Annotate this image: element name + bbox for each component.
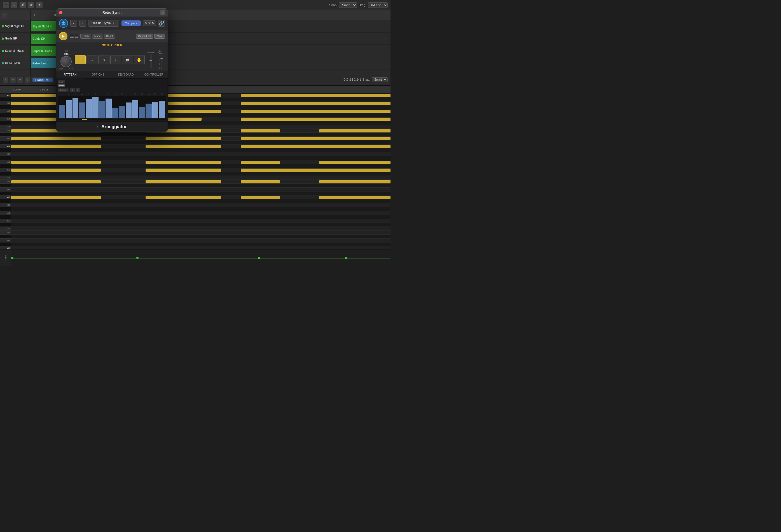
key-f4[interactable]: F4 bbox=[0, 125, 11, 129]
key-gb3[interactable] bbox=[0, 172, 11, 176]
pat-bar-8[interactable] bbox=[106, 98, 112, 118]
key-gb4[interactable] bbox=[0, 121, 11, 125]
pat-bar-7[interactable] bbox=[99, 101, 105, 118]
power-button[interactable]: ⏻ bbox=[59, 19, 68, 28]
roll-snap-select[interactable]: Smart bbox=[372, 77, 388, 82]
key-c4[interactable]: C4 bbox=[0, 145, 11, 149]
tab-keyboard[interactable]: KEYBOARD bbox=[112, 71, 140, 78]
key-b2[interactable]: B2 bbox=[0, 203, 11, 207]
track-item-bass[interactable]: Super 8 - Bass bbox=[0, 45, 31, 57]
note-e3-3[interactable] bbox=[241, 180, 280, 183]
key-db2[interactable] bbox=[0, 243, 11, 246]
key-gb2[interactable] bbox=[0, 223, 11, 227]
auto-point-1[interactable] bbox=[11, 257, 13, 259]
snap-select[interactable]: Smart bbox=[339, 2, 357, 8]
live-label[interactable]: Live bbox=[58, 80, 65, 83]
key-g3[interactable]: G3 bbox=[0, 168, 11, 172]
pat-bar-5[interactable] bbox=[86, 99, 92, 118]
pat-bar-16[interactable] bbox=[159, 101, 165, 118]
compare-button[interactable]: Compare bbox=[122, 21, 141, 26]
note-c3-3[interactable] bbox=[241, 196, 280, 199]
key-db3[interactable] bbox=[0, 192, 11, 196]
latch-btn[interactable]: Latch bbox=[80, 34, 91, 39]
loop-tool[interactable]: ↺ bbox=[25, 77, 30, 83]
note-e3-1[interactable] bbox=[11, 180, 101, 183]
drag-select[interactable]: X-Fade bbox=[368, 2, 388, 8]
note-c4-1[interactable] bbox=[11, 145, 101, 148]
note-a3-3[interactable] bbox=[241, 161, 280, 164]
note-b4-4[interactable] bbox=[319, 102, 390, 105]
pat-bar-9[interactable] bbox=[112, 108, 118, 118]
preset-dropdown[interactable]: Classic Cycle 06 bbox=[88, 20, 119, 27]
pat-bar-12[interactable] bbox=[132, 100, 138, 118]
note-c4-4[interactable] bbox=[319, 145, 390, 148]
key-b4[interactable]: B4 bbox=[0, 101, 11, 105]
key-g4[interactable]: G4 bbox=[0, 117, 11, 121]
key-eb4[interactable] bbox=[0, 133, 11, 137]
cursor-tool[interactable]: ↖ bbox=[3, 77, 8, 83]
note-a3-4[interactable] bbox=[319, 161, 390, 164]
midi-icon[interactable]: ⌘ bbox=[19, 2, 26, 8]
tab-options[interactable]: OPTIONS bbox=[84, 71, 112, 78]
auto-point-4[interactable] bbox=[345, 257, 347, 259]
pat-bar-15[interactable] bbox=[152, 102, 158, 118]
key-d4[interactable]: D4 bbox=[0, 137, 11, 140]
scissors-tool[interactable]: ✂ bbox=[17, 77, 23, 83]
oct-range-slider[interactable] bbox=[161, 54, 162, 69]
list-icon[interactable]: ☰ bbox=[11, 2, 17, 8]
pat-bar-1[interactable] bbox=[59, 105, 65, 118]
key-b3[interactable]: B3 bbox=[0, 152, 11, 156]
key-db4[interactable] bbox=[0, 140, 11, 145]
pat-bar-2[interactable] bbox=[66, 100, 72, 118]
expand-btn[interactable]: ⤢ bbox=[160, 10, 165, 15]
pat-bar-11[interactable] bbox=[126, 103, 132, 118]
note-e4-4[interactable] bbox=[319, 129, 390, 132]
key-e4[interactable]: E4 bbox=[0, 129, 11, 133]
note-g3-4[interactable] bbox=[319, 169, 390, 172]
note-a4-4[interactable] bbox=[319, 110, 390, 113]
custom-label[interactable]: Custom bbox=[58, 88, 69, 91]
preset-prev-btn[interactable]: ‹ bbox=[70, 20, 77, 27]
key-eb3[interactable] bbox=[0, 184, 11, 188]
note-c3-1[interactable] bbox=[11, 196, 101, 199]
key-f2[interactable]: F2 bbox=[0, 227, 11, 231]
key-eb2[interactable] bbox=[0, 235, 11, 239]
track-item-retro[interactable]: Retro Synth bbox=[0, 57, 31, 70]
key-d2[interactable]: D2 bbox=[0, 239, 11, 243]
key-b4b[interactable] bbox=[0, 97, 11, 101]
note-c4-2[interactable] bbox=[146, 145, 221, 148]
pat-bar-10[interactable] bbox=[119, 106, 125, 118]
note-c5-4[interactable] bbox=[319, 94, 390, 97]
note-e3-4[interactable] bbox=[319, 180, 390, 183]
arp-expand-icon[interactable]: › bbox=[97, 125, 98, 129]
key-bb3[interactable] bbox=[0, 156, 11, 160]
key-b2b[interactable] bbox=[0, 199, 11, 203]
key-ab2[interactable] bbox=[0, 215, 11, 219]
key-a3[interactable]: A3 bbox=[0, 160, 11, 164]
note-c5-3[interactable] bbox=[241, 94, 330, 97]
note-g3-2[interactable] bbox=[146, 169, 221, 172]
key-ab3[interactable] bbox=[0, 164, 11, 168]
note-d4-2[interactable] bbox=[146, 137, 221, 140]
note-btn-alt[interactable]: ↕ bbox=[110, 55, 121, 64]
custom-prev-arrow[interactable]: ‹ bbox=[70, 88, 75, 92]
note-c3-2[interactable] bbox=[146, 196, 221, 199]
pat-bar-3[interactable] bbox=[73, 98, 79, 118]
note-e3-2[interactable] bbox=[146, 180, 221, 183]
note-btn-up[interactable]: ↑ bbox=[75, 55, 86, 64]
grid-icon[interactable]: ⊞ bbox=[3, 2, 9, 8]
pencil-tool[interactable]: ✎ bbox=[10, 77, 16, 83]
link-button[interactable]: 🔗 bbox=[158, 20, 165, 27]
note-g4-4[interactable] bbox=[319, 118, 390, 121]
track-item-sky[interactable]: Sky At Night Kit bbox=[0, 20, 31, 33]
note-a3-2[interactable] bbox=[146, 161, 221, 164]
auto-point-3[interactable] bbox=[258, 257, 260, 259]
note-btn-random[interactable]: ⇄ bbox=[122, 55, 133, 64]
note-btn-manual[interactable]: ✋ bbox=[134, 55, 145, 64]
note-b4-3[interactable] bbox=[241, 102, 330, 105]
key-a4[interactable]: A4 bbox=[0, 109, 11, 113]
rate-knob[interactable] bbox=[60, 56, 72, 67]
preset-next-btn[interactable]: › bbox=[79, 20, 86, 27]
key-c5[interactable]: C5 bbox=[0, 93, 11, 97]
pat-bar-4[interactable] bbox=[79, 103, 85, 118]
